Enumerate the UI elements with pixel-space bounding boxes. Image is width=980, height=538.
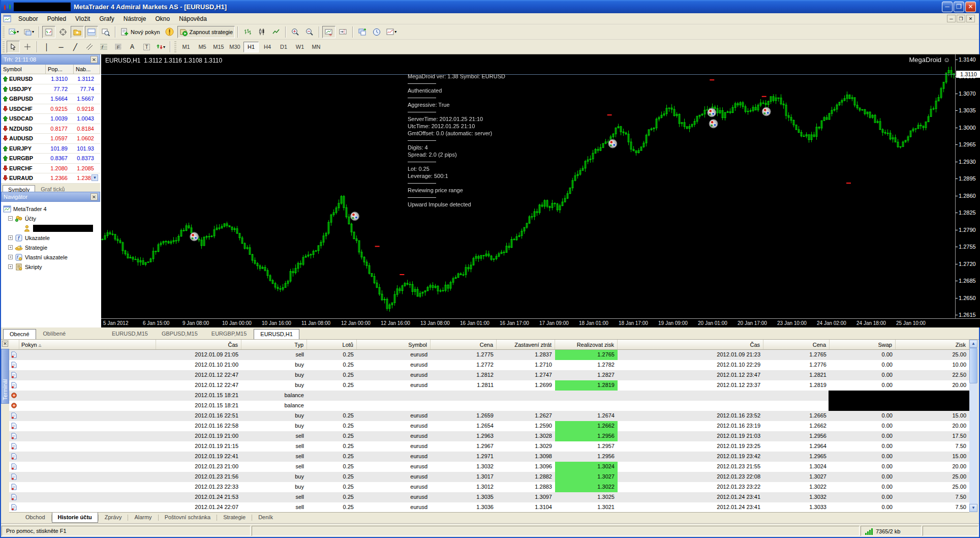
menu-item-okno[interactable]: Okno <box>150 14 174 24</box>
channel-button[interactable] <box>83 41 96 53</box>
cascade-windows-button[interactable] <box>356 26 369 38</box>
history-row[interactable]: 2012.01.12 22:47buy0.25eurusd1.28121.274… <box>9 370 969 380</box>
navigator-item-vlastní-ukazatele[interactable]: +fVlastní ukazatele <box>8 252 100 262</box>
navigator-tab-oblíbené[interactable]: Oblíbené <box>37 328 73 339</box>
terminal-tab-historie-čtu[interactable]: Historie účtu <box>52 513 98 523</box>
history-row[interactable]: 2012.01.09 21:05sell0.25eurusd1.27751.28… <box>9 350 969 360</box>
header-col-cena[interactable]: Cena <box>763 340 830 349</box>
mdi-close-button[interactable]: ✕ <box>966 15 975 22</box>
chart-plot[interactable]: EURUSD,H1 1.3112 1.3116 1.3108 1.3110 Me… <box>101 54 955 318</box>
menu-item-soubor[interactable]: Soubor <box>14 14 43 24</box>
history-row[interactable]: 2012.01.16 22:58buy0.25eurusd1.26541.259… <box>9 421 969 431</box>
toolbar-gripper[interactable] <box>174 41 176 52</box>
navigator-tab-obecné[interactable]: Obecné <box>3 329 36 339</box>
terminal-tab-alarmy[interactable]: Alarmy <box>128 513 158 523</box>
navigator-item-strategie[interactable]: +Strategie <box>8 243 100 252</box>
data-window-toggle[interactable] <box>56 26 70 38</box>
menu-item-grafy[interactable]: Grafy <box>95 14 118 24</box>
time-axis[interactable]: 5 Jan 20126 Jan 15:009 Jan 08:0010 Jan 0… <box>101 318 980 327</box>
mdi-restore-button[interactable]: ❐ <box>957 15 965 22</box>
header-col-symbol[interactable]: Symbol <box>357 340 431 349</box>
market-watch-column-2[interactable]: Nab... <box>74 65 100 74</box>
history-row[interactable]: 2012.01.15 18:21balance <box>9 391 969 401</box>
market-watch-row[interactable]: GBPUSD1.56641.5667 <box>1 94 100 104</box>
scroll-up-icon[interactable]: ▲ <box>969 340 977 348</box>
auto-scroll-button[interactable] <box>322 26 335 38</box>
new-order-button[interactable]: Nový pokyn <box>118 26 162 38</box>
cursor-button[interactable] <box>7 41 20 53</box>
tree-expander-minus[interactable]: − <box>8 216 13 221</box>
shapes-button[interactable]: F <box>111 41 125 53</box>
crosshair-tool-button[interactable] <box>21 41 34 53</box>
scroll-down-icon[interactable]: ▼ <box>969 504 977 512</box>
restore-button[interactable]: ❐ <box>954 2 964 12</box>
menu-item-vložit[interactable]: Vložit <box>71 14 95 24</box>
menu-item-nástroje[interactable]: Nástroje <box>119 14 151 24</box>
menu-item-pohled[interactable]: Pohled <box>43 14 71 24</box>
mdi-minimize-button[interactable]: ─ <box>947 15 956 22</box>
toolbar-gripper[interactable] <box>3 26 5 38</box>
strategy-tester-toggle[interactable] <box>99 26 112 38</box>
timeframe-m15-button[interactable]: M15 <box>211 42 226 52</box>
header-col-pokyn[interactable]: Pokyn ▵ <box>19 340 156 349</box>
new-chart-button[interactable]: ▾ <box>7 26 21 38</box>
minimize-button[interactable]: ─ <box>942 2 953 12</box>
zoom-in-button[interactable] <box>289 26 302 38</box>
market-watch-row[interactable]: AUDUSD1.05971.0602 <box>1 134 100 144</box>
header-col-zisk[interactable]: Zisk <box>896 340 969 349</box>
timeframe-w1-button[interactable]: W1 <box>292 42 308 52</box>
profiles-button[interactable]: ▾ <box>22 26 36 38</box>
history-row[interactable]: 2012.01.19 21:15sell0.25eurusd1.29671.30… <box>9 441 969 452</box>
header-col-typ[interactable]: Typ <box>241 340 307 349</box>
trendline-button[interactable]: ╱ <box>69 41 82 53</box>
close-button[interactable]: ✕ <box>965 2 976 12</box>
tree-expander-plus[interactable]: + <box>8 235 13 240</box>
timeframe-m30-button[interactable]: M30 <box>227 42 242 52</box>
market-watch-scroll-down-icon[interactable]: ▼ <box>91 174 98 181</box>
timeframe-m5-button[interactable]: M5 <box>195 42 210 52</box>
bar-chart-button[interactable] <box>241 26 254 38</box>
menu-item-nápověda[interactable]: Nápověda <box>174 14 211 24</box>
fibonacci-button[interactable]: f <box>97 41 110 53</box>
line-chart-button[interactable] <box>269 26 283 38</box>
terminal-tab-strategie[interactable]: Strategie <box>217 513 252 523</box>
chart-tab-eurusd-h1[interactable]: EURUSD,H1 <box>254 329 299 339</box>
scrollbar-thumb[interactable] <box>969 348 977 383</box>
navigator-close-icon[interactable]: ✕ <box>90 193 98 200</box>
history-row[interactable]: 2012.01.16 22:51buy0.25eurusd1.26591.262… <box>9 411 969 421</box>
header-col-realizovat-zisk[interactable]: Realizovat zisk <box>555 340 618 349</box>
horizontal-line-button[interactable]: ─ <box>54 41 68 53</box>
timeframe-mn-button[interactable]: MN <box>309 42 324 52</box>
header-col-čas[interactable]: Čas <box>618 340 763 349</box>
history-row[interactable]: 2012.01.15 18:21balance <box>9 401 969 411</box>
header-col-cena[interactable]: Cena <box>431 340 497 349</box>
header-col-zastavení-ztrát[interactable]: Zastavení ztrát <box>497 340 555 349</box>
market-watch-row[interactable]: EURUSD1.31101.3112 <box>1 74 100 84</box>
history-row[interactable]: 2012.01.24 22:07sell0.25eurusd1.30361.31… <box>9 502 969 513</box>
history-row[interactable]: 2012.01.10 21:00buy0.25eurusd1.27721.271… <box>9 360 969 370</box>
navigator-item-ukazatele[interactable]: +fUkazatele <box>8 233 100 243</box>
header-col-lotů[interactable]: Lotů <box>307 340 357 349</box>
market-watch-close-icon[interactable]: ✕ <box>90 56 98 63</box>
market-watch-column-0[interactable]: Symbol <box>1 65 46 74</box>
market-watch-row[interactable]: USDCHF0.92150.9218 <box>1 104 100 114</box>
history-row[interactable]: 2012.01.24 21:53sell0.25eurusd1.30351.30… <box>9 492 969 502</box>
chart-shift-button[interactable] <box>336 26 350 38</box>
toolbar-gripper[interactable] <box>3 41 5 52</box>
timeframe-d1-button[interactable]: D1 <box>276 42 291 52</box>
terminal-tab-zprávy[interactable]: Zprávy <box>99 513 128 523</box>
header-col-swap[interactable]: Swap <box>830 340 896 349</box>
timeframe-m1-button[interactable]: M1 <box>178 42 194 52</box>
market-watch-row[interactable]: EURGBP0.83670.8373 <box>1 154 100 164</box>
history-row[interactable]: 2012.01.19 21:00sell0.25eurusd1.29631.30… <box>9 431 969 441</box>
market-watch-row[interactable]: EURAUD1.23661.2381 <box>1 173 100 184</box>
navigator-toggle[interactable] <box>71 26 84 38</box>
price-axis[interactable]: 1.31401.31051.30701.30351.30001.29651.29… <box>955 54 980 318</box>
terminal-side-tab[interactable]: Terminál <box>1 349 9 404</box>
text-button[interactable]: A <box>126 41 139 53</box>
zoom-out-button[interactable] <box>303 26 316 38</box>
history-row[interactable]: 2012.01.23 21:56buy0.25eurusd1.30171.288… <box>9 472 969 482</box>
header-col-čas[interactable]: Čas <box>156 340 241 349</box>
history-row[interactable]: 2012.01.19 22:41sell0.25eurusd1.29711.30… <box>9 452 969 462</box>
terminal-toggle[interactable] <box>85 26 98 38</box>
